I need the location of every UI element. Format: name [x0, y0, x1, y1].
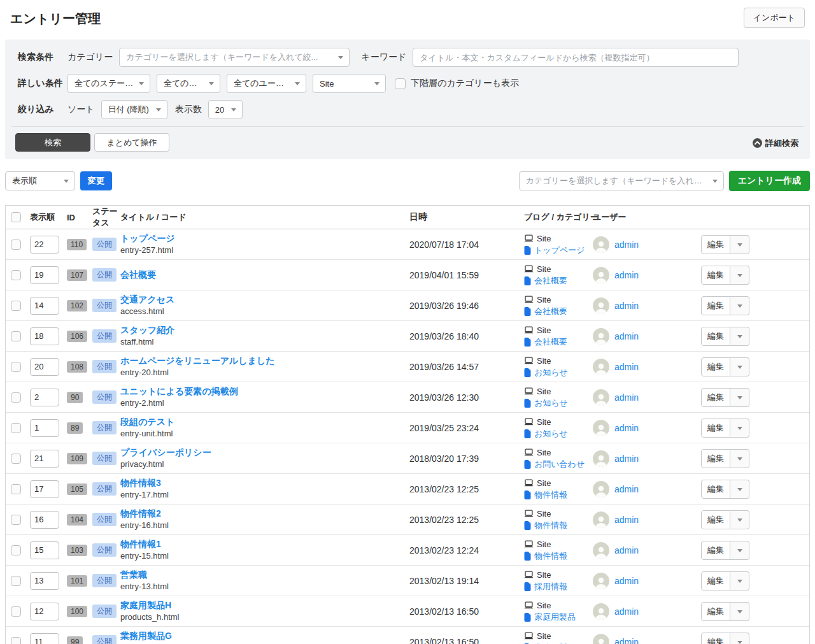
row-order-input[interactable]	[30, 480, 59, 498]
row-checkbox[interactable]	[11, 362, 21, 372]
category-link[interactable]: 物件情報	[534, 490, 567, 500]
edit-button[interactable]: 編集	[701, 449, 730, 468]
blog-name-link[interactable]: Site	[537, 570, 551, 580]
row-order-input[interactable]	[30, 358, 59, 376]
advanced-search-toggle[interactable]: 詳細検索	[753, 138, 798, 149]
row-order-input[interactable]	[30, 266, 59, 284]
subcategory-checkbox[interactable]	[395, 78, 406, 89]
edit-dropdown-button[interactable]	[730, 235, 749, 254]
category-link[interactable]: お問い合わせ	[534, 459, 585, 469]
status-select[interactable]: 全てのステータス	[67, 74, 150, 93]
blog-name-link[interactable]: Site	[537, 326, 551, 336]
edit-dropdown-button[interactable]	[730, 266, 749, 285]
edit-button[interactable]: 編集	[701, 296, 730, 315]
user-link[interactable]: admin	[614, 423, 639, 433]
edit-button[interactable]: 編集	[701, 327, 730, 346]
row-checkbox[interactable]	[11, 545, 21, 555]
row-order-input[interactable]	[30, 603, 59, 620]
edit-dropdown-button[interactable]	[730, 510, 749, 529]
edit-dropdown-button[interactable]	[730, 633, 749, 644]
limit-select[interactable]: 20	[208, 100, 243, 119]
category-link[interactable]: お知らせ	[534, 368, 568, 378]
sort-select[interactable]: 日付 (降順)	[101, 100, 167, 119]
user-link[interactable]: admin	[614, 576, 639, 586]
display-order-select[interactable]: 表示順	[5, 171, 75, 190]
edit-button[interactable]: 編集	[701, 510, 730, 529]
blog-name-link[interactable]: Site	[537, 509, 551, 519]
user-link[interactable]: admin	[614, 454, 639, 464]
row-order-input[interactable]	[30, 541, 59, 559]
user-link[interactable]: admin	[614, 240, 639, 250]
keyword-input[interactable]	[413, 48, 739, 67]
row-checkbox[interactable]	[11, 576, 21, 586]
edit-button[interactable]: 編集	[701, 266, 730, 285]
import-button[interactable]: インポート	[744, 8, 805, 28]
change-button[interactable]: 変更	[80, 171, 112, 190]
entry-title-link[interactable]: 業務用製品G	[120, 631, 404, 641]
edit-dropdown-button[interactable]	[730, 602, 749, 621]
category-link[interactable]: 会社概要	[534, 276, 567, 286]
entry-title-link[interactable]: 物件情報1	[120, 539, 404, 550]
edit-button[interactable]: 編集	[701, 480, 730, 499]
entry-title-link[interactable]: プライバシーポリシー	[120, 447, 404, 458]
user-link[interactable]: admin	[614, 515, 639, 525]
edit-dropdown-button[interactable]	[730, 449, 749, 468]
row-checkbox[interactable]	[11, 515, 21, 525]
row-order-input[interactable]	[30, 572, 59, 590]
category-link[interactable]: 物件情報	[534, 551, 567, 561]
blog-name-link[interactable]: Site	[537, 478, 551, 489]
blog-name-link[interactable]: Site	[537, 264, 551, 275]
row-checkbox[interactable]	[11, 331, 21, 341]
select-all-checkbox[interactable]	[11, 212, 21, 222]
search-button[interactable]: 検索	[15, 133, 90, 152]
row-checkbox[interactable]	[11, 392, 21, 403]
edit-dropdown-button[interactable]	[730, 419, 749, 438]
user-link[interactable]: admin	[614, 362, 639, 372]
blog-name-link[interactable]: Site	[537, 540, 551, 550]
entry-title-link[interactable]: ユニットによる要素の掲載例	[120, 386, 404, 397]
category-link[interactable]: 家庭用製品	[534, 612, 576, 622]
user-select[interactable]: 全てのユーザー	[227, 74, 306, 93]
entry-title-link[interactable]: 段組のテスト	[120, 417, 404, 427]
batch-operation-button[interactable]: まとめて操作	[94, 133, 169, 152]
blog-name-link[interactable]: Site	[537, 387, 551, 397]
toolbar-category-select[interactable]: カテゴリーを選択します（キーワードを入れて絞り込...	[519, 171, 724, 190]
row-checkbox[interactable]	[11, 270, 21, 280]
category-link[interactable]: 物件情報	[534, 520, 567, 531]
edit-button[interactable]: 編集	[701, 419, 730, 438]
entry-title-link[interactable]: 会社概要	[120, 269, 404, 280]
row-order-input[interactable]	[30, 236, 59, 254]
blog-name-link[interactable]: Site	[537, 295, 551, 305]
create-entry-button[interactable]: エントリー作成	[729, 171, 810, 191]
row-checkbox[interactable]	[11, 301, 21, 311]
row-order-input[interactable]	[30, 419, 59, 437]
category-link[interactable]: お知らせ	[534, 429, 568, 439]
blog-name-link[interactable]: Site	[537, 417, 551, 427]
row-checkbox[interactable]	[11, 484, 21, 494]
edit-dropdown-button[interactable]	[730, 388, 749, 407]
row-order-input[interactable]	[30, 297, 59, 315]
entry-title-link[interactable]: 物件情報2	[120, 508, 404, 519]
category-select[interactable]: カテゴリーを選択します（キーワードを入れて絞...	[119, 48, 350, 67]
row-checkbox[interactable]	[11, 240, 21, 250]
user-link[interactable]: admin	[614, 606, 639, 617]
row-order-input[interactable]	[30, 389, 59, 406]
entry-title-link[interactable]: 営業職	[120, 569, 404, 580]
user-link[interactable]: admin	[614, 331, 639, 341]
row-order-input[interactable]	[30, 633, 59, 644]
user-link[interactable]: admin	[614, 637, 639, 644]
edit-dropdown-button[interactable]	[730, 327, 749, 346]
edit-dropdown-button[interactable]	[730, 480, 749, 499]
row-order-input[interactable]	[30, 327, 59, 345]
user-link[interactable]: admin	[614, 301, 639, 311]
blog-name-link[interactable]: Site	[537, 356, 551, 366]
blog-name-link[interactable]: Site	[537, 601, 551, 611]
entry-title-link[interactable]: 交通アクセス	[120, 294, 404, 305]
row-checkbox[interactable]	[11, 606, 21, 617]
edit-dropdown-button[interactable]	[730, 296, 749, 315]
edit-button[interactable]: 編集	[701, 388, 730, 407]
entry-title-link[interactable]: ホームページをリニューアルしました	[120, 355, 404, 366]
edit-button[interactable]: 編集	[701, 633, 730, 644]
row-checkbox[interactable]	[11, 423, 21, 433]
entry-title-link[interactable]: スタッフ紹介	[120, 325, 404, 336]
